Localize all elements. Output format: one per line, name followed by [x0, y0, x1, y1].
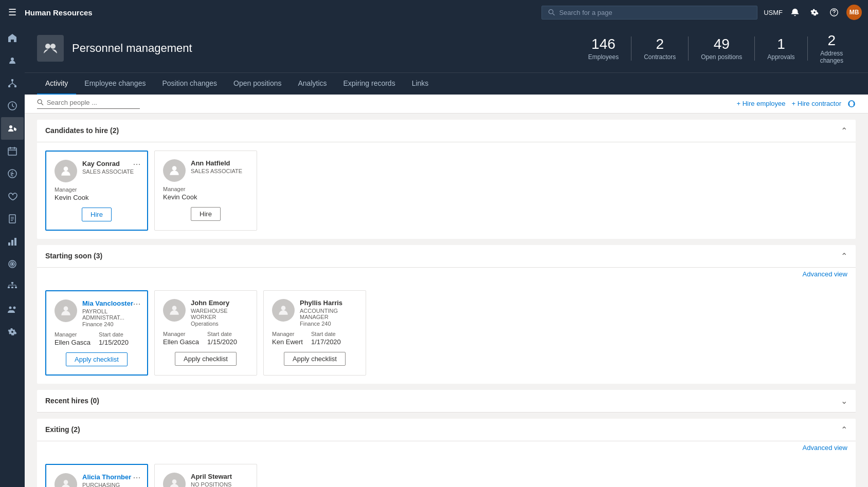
- app-body: Personnel management 146 Employees 2 Con…: [0, 25, 868, 487]
- exiting-section-title: Exiting (2): [45, 425, 80, 434]
- starting-manager-label-0: Manager: [55, 331, 91, 338]
- starting-startdate-col-1: Start date 1/15/2020: [207, 331, 237, 346]
- sidebar-item-calendar[interactable]: [1, 140, 24, 162]
- starting-startdate-label-1: Start date: [207, 331, 237, 337]
- stat-contractors-label: Contractors: [644, 53, 676, 61]
- exiting-card-header-0: Alicia Thornber PURCHASING AGENT Operati…: [55, 473, 139, 487]
- sidebar-item-time[interactable]: [1, 95, 24, 117]
- stat-open-positions: 49 Open positions: [689, 36, 755, 61]
- hamburger-menu[interactable]: ☰: [6, 5, 19, 20]
- candidate-role-1: SALES ASSOCIATE: [191, 168, 248, 174]
- exiting-advanced-link[interactable]: Advanced view: [803, 444, 847, 452]
- candidates-section-header[interactable]: Candidates to hire (2) ⌃: [37, 120, 856, 142]
- sidebar-item-benefits[interactable]: [1, 185, 24, 208]
- svg-rect-13: [8, 148, 16, 155]
- svg-point-4: [11, 58, 14, 61]
- starting-name-2[interactable]: Phyllis Harris: [300, 299, 357, 307]
- exiting-info-0: Alicia Thornber PURCHASING AGENT Operati…: [82, 473, 139, 487]
- refresh-icon[interactable]: [847, 100, 856, 108]
- card-manager-1: Manager Kevin Cook: [163, 186, 248, 201]
- stat-open-positions-label: Open positions: [701, 53, 742, 61]
- recent-hires-chevron-icon: ⌄: [841, 396, 847, 406]
- stat-address-changes: 2 Addresschanges: [808, 33, 856, 64]
- starting-info-2: Phyllis Harris ACCOUNTING MANAGER Financ…: [300, 299, 357, 327]
- card-info-1: Ann Hatfield SALES ASSOCIATE: [191, 159, 248, 174]
- starting-soon-advanced-view: Advanced view: [37, 268, 856, 282]
- exiting-name-1[interactable]: April Stewart: [191, 473, 248, 480]
- user-avatar[interactable]: MB: [846, 5, 862, 20]
- sidebar-item-home[interactable]: [1, 27, 24, 49]
- apply-checklist-button-0[interactable]: Apply checklist: [66, 352, 128, 366]
- tab-analytics[interactable]: Analytics: [290, 73, 335, 95]
- starting-startdate-label-2: Start date: [311, 331, 341, 337]
- starting-soon-advanced-link[interactable]: Advanced view: [803, 270, 847, 278]
- tab-employee-changes[interactable]: Employee changes: [76, 73, 154, 95]
- help-icon[interactable]: [827, 5, 841, 20]
- starting-name-1[interactable]: John Emory: [191, 299, 248, 307]
- starting-name-0[interactable]: Mia Vanclooster: [82, 299, 139, 307]
- starting-startdate-2: 1/17/2020: [311, 338, 341, 346]
- apply-checklist-button-1[interactable]: Apply checklist: [175, 352, 237, 366]
- global-search-bar[interactable]: [541, 6, 757, 20]
- svg-point-35: [50, 44, 56, 49]
- candidate-name-1[interactable]: Ann Hatfield: [191, 159, 248, 167]
- starting-manager-0: Ellen Gasca: [55, 339, 91, 346]
- starting-soon-section-header[interactable]: Starting soon (3) ⌃: [37, 245, 856, 268]
- notifications-icon[interactable]: [788, 5, 802, 20]
- tab-expiring-records[interactable]: Expiring records: [335, 73, 404, 95]
- hire-button-0[interactable]: Hire: [82, 208, 112, 221]
- manager-label-0: Manager: [55, 186, 139, 193]
- toolbar-actions: + Hire employee + Hire contractor: [737, 100, 856, 108]
- starting-manager-2: Ken Ewert: [272, 338, 303, 346]
- tab-activity[interactable]: Activity: [37, 73, 76, 95]
- hire-contractor-button[interactable]: + Hire contractor: [792, 100, 841, 107]
- apply-checklist-button-2[interactable]: Apply checklist: [284, 352, 346, 366]
- settings-icon[interactable]: [807, 5, 822, 20]
- sidebar-item-settings[interactable]: [1, 321, 24, 343]
- stat-contractors: 2 Contractors: [631, 36, 689, 61]
- svg-rect-22: [8, 242, 10, 246]
- sidebar-item-people[interactable]: [1, 49, 24, 72]
- svg-point-27: [12, 264, 13, 265]
- manager-value-1: Kevin Cook: [163, 193, 248, 201]
- sidebar-item-goals[interactable]: [1, 253, 24, 275]
- search-people-input[interactable]: [47, 99, 140, 106]
- app-title: Human Resources: [25, 8, 93, 17]
- svg-rect-24: [14, 238, 16, 246]
- candidate-role-0: SALES ASSOCIATE: [82, 168, 139, 175]
- card-more-options-s0[interactable]: …: [133, 297, 141, 307]
- candidate-name-0[interactable]: Kay Conrad: [82, 160, 139, 167]
- card-more-options-0[interactable]: …: [133, 158, 141, 167]
- starting-card-header-2: Phyllis Harris ACCOUNTING MANAGER Financ…: [272, 299, 357, 327]
- exiting-section-header[interactable]: Exiting (2) ⌃: [37, 419, 856, 441]
- tab-links[interactable]: Links: [404, 73, 437, 95]
- svg-rect-29: [8, 287, 10, 288]
- svg-rect-30: [11, 287, 13, 288]
- sidebar-item-orgchart[interactable]: [1, 275, 24, 298]
- hire-button-1[interactable]: Hire: [191, 207, 221, 221]
- sidebar-item-users[interactable]: [1, 298, 24, 321]
- sidebar-item-payroll[interactable]: [1, 162, 24, 185]
- exiting-role-1: NO POSITIONS ASSIGN...: [191, 481, 248, 487]
- tab-position-changes[interactable]: Position changes: [154, 73, 225, 95]
- exiting-card-1: April Stewart NO POSITIONS ASSIGN...: [154, 464, 257, 487]
- avatar-phyllis: [272, 299, 295, 322]
- sidebar-item-organization[interactable]: [1, 72, 24, 95]
- tab-open-positions[interactable]: Open positions: [225, 73, 290, 95]
- starting-dept-2: Finance 240: [300, 321, 357, 327]
- sidebar-item-compliance[interactable]: [1, 208, 24, 230]
- stat-employees-label: Employees: [588, 53, 619, 61]
- candidates-cards-grid: … Kay Conrad SALES ASSOCIATE Manager: [37, 142, 856, 239]
- starting-manager-col-0: Manager Ellen Gasca: [55, 331, 91, 346]
- svg-point-42: [281, 306, 286, 310]
- exiting-role-0: PURCHASING AGENT: [82, 482, 139, 487]
- exiting-name-0[interactable]: Alicia Thornber: [82, 473, 139, 481]
- sidebar-item-reports[interactable]: [1, 230, 24, 253]
- search-people-container[interactable]: [37, 99, 140, 109]
- global-search-input[interactable]: [559, 9, 751, 16]
- svg-rect-28: [11, 282, 13, 284]
- card-more-options-e0[interactable]: …: [133, 471, 141, 480]
- hire-employee-button[interactable]: + Hire employee: [737, 100, 786, 107]
- sidebar-item-hr[interactable]: [1, 117, 24, 140]
- recent-hires-header[interactable]: Recent hires (0) ⌄: [37, 390, 856, 413]
